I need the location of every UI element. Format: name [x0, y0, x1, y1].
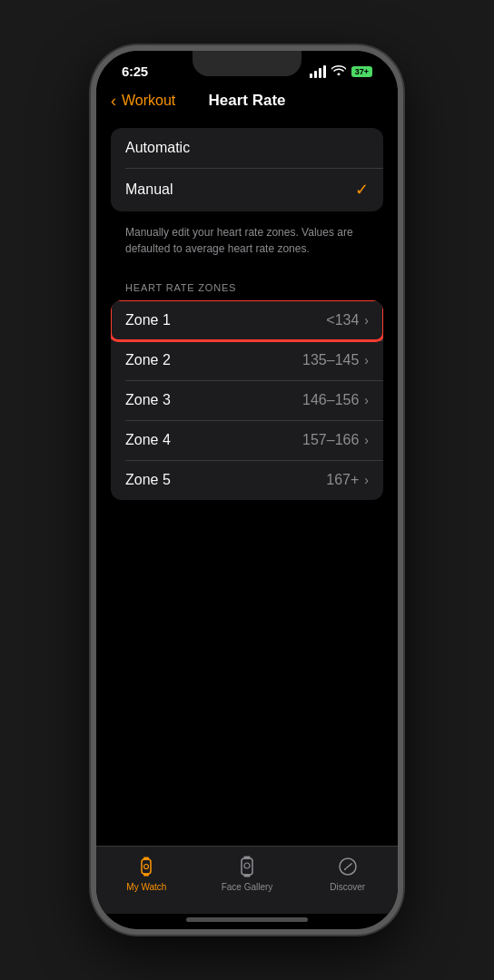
back-label: Workout [122, 93, 175, 109]
wifi-icon [331, 64, 346, 78]
zone-5-chevron-icon: › [364, 473, 369, 487]
face-gallery-icon [234, 854, 260, 879]
zone-1-right: <134 › [326, 312, 369, 328]
zone-4-chevron-icon: › [364, 433, 369, 447]
zone-2-right: 135–145 › [302, 352, 369, 368]
zone-2-label: Zone 2 [125, 352, 171, 368]
zone-1-row[interactable]: Zone 1 <134 › [111, 300, 383, 340]
content-area: Automatic Manual ✓ Manually edit your he… [96, 121, 398, 846]
zone-1-chevron-icon: › [364, 313, 369, 328]
tab-face-gallery[interactable]: Face Gallery [197, 854, 298, 892]
zone-4-row[interactable]: Zone 4 157–166 › [111, 420, 383, 460]
zone-5-value: 167+ [326, 472, 359, 488]
tab-bar: My Watch Face Gallery [96, 846, 398, 914]
automatic-label: Automatic [125, 140, 190, 156]
tab-my-watch[interactable]: My Watch [96, 854, 197, 892]
zone-1-value: <134 [326, 312, 359, 328]
my-watch-icon [133, 854, 159, 879]
zone-5-right: 167+ › [326, 472, 369, 488]
mode-description: Manually edit your heart rate zones. Val… [111, 219, 383, 268]
zone-3-right: 146–156 › [302, 392, 369, 408]
svg-point-3 [144, 865, 149, 869]
automatic-row[interactable]: Automatic [111, 128, 383, 168]
svg-rect-2 [143, 874, 149, 877]
zone-4-right: 157–166 › [302, 432, 369, 448]
svg-rect-4 [242, 858, 252, 875]
battery-badge: 37+ [351, 66, 372, 77]
page-title: Heart Rate [208, 92, 285, 110]
svg-point-10 [344, 868, 346, 870]
discover-icon [335, 854, 361, 879]
zone-5-label: Zone 5 [125, 472, 171, 488]
zone-2-row[interactable]: Zone 2 135–145 › [111, 340, 383, 380]
svg-rect-5 [244, 857, 251, 859]
svg-point-7 [244, 863, 250, 868]
tab-face-gallery-label: Face Gallery [222, 882, 273, 892]
zone-3-chevron-icon: › [364, 393, 369, 407]
tab-discover-label: Discover [330, 882, 365, 892]
manual-label: Manual [125, 181, 173, 198]
phone-frame: 6:25 37+ ‹ Workout [91, 45, 403, 935]
zones-group: Zone 1 <134 › Zone 2 135–145 › Zone 3 [111, 300, 383, 500]
zone-2-value: 135–145 [302, 352, 359, 368]
zone-3-row[interactable]: Zone 3 146–156 › [111, 380, 383, 420]
svg-rect-0 [142, 859, 151, 874]
status-icons: 37+ [310, 64, 372, 78]
mode-group: Automatic Manual ✓ [111, 128, 383, 211]
status-time: 6:25 [122, 64, 148, 79]
svg-rect-1 [143, 858, 149, 860]
manual-row[interactable]: Manual ✓ [111, 168, 383, 211]
svg-rect-6 [244, 875, 251, 877]
tab-discover[interactable]: Discover [297, 854, 398, 892]
zone-4-label: Zone 4 [125, 432, 171, 448]
back-button[interactable]: ‹ Workout [111, 92, 175, 111]
zone-1-label: Zone 1 [125, 312, 171, 328]
status-bar: 6:25 37+ [96, 51, 398, 84]
signal-bars-icon [310, 65, 326, 78]
tab-my-watch-label: My Watch [126, 882, 166, 892]
zone-2-chevron-icon: › [364, 353, 369, 368]
zone-3-value: 146–156 [302, 392, 359, 408]
zones-section-header: HEART RATE ZONES [111, 268, 383, 300]
back-chevron-icon: ‹ [111, 92, 116, 111]
home-indicator [186, 917, 308, 922]
screen: 6:25 37+ ‹ Workout [96, 51, 398, 929]
zone-5-row[interactable]: Zone 5 167+ › [111, 460, 383, 500]
nav-header: ‹ Workout Heart Rate [96, 84, 398, 121]
manual-checkmark-icon: ✓ [355, 180, 369, 200]
zone-4-value: 157–166 [302, 432, 359, 448]
zone-3-label: Zone 3 [125, 392, 171, 408]
